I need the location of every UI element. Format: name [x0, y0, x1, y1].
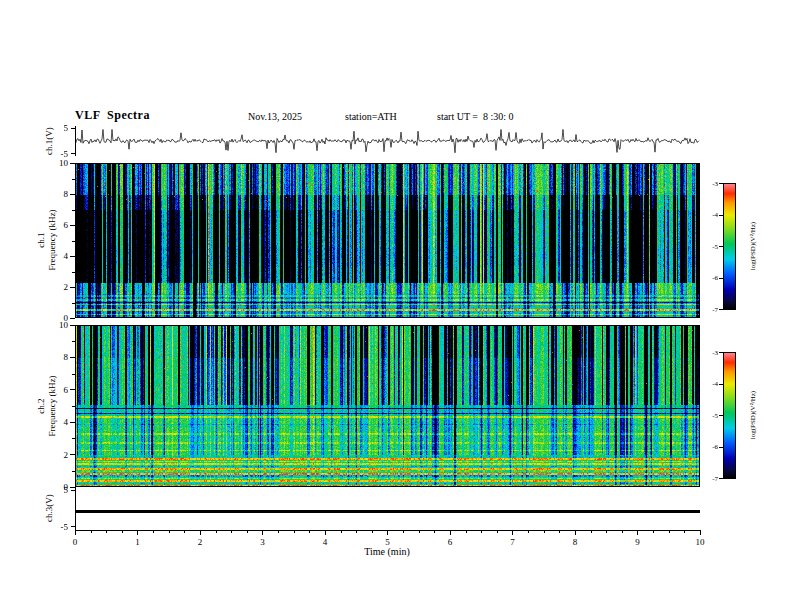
colorbar-tick-mark: [719, 309, 723, 310]
x-minor-tick: [309, 530, 310, 533]
ch1-spectrogram-canvas: [75, 163, 700, 318]
y-tick-mark: [71, 526, 75, 527]
x-tick-mark: [262, 530, 263, 535]
x-tick-label: 9: [635, 537, 640, 547]
colorbar-tick-label: -3: [700, 349, 718, 357]
y-tick-mark: [71, 490, 75, 491]
colorbar-tick-mark: [719, 384, 723, 385]
colorbar-tick-mark: [719, 415, 723, 416]
date-label: Nov.13, 2025: [248, 111, 302, 122]
colorbar-tick-mark: [719, 352, 723, 353]
colorbar-tick-label: -6: [700, 443, 718, 451]
x-tick-label: 5: [385, 537, 390, 547]
y-minor-tick: [72, 406, 75, 407]
x-tick-mark: [700, 530, 701, 535]
x-minor-tick: [184, 530, 185, 533]
x-axis-title: Time (min): [364, 546, 409, 557]
y-tick-label: 4: [50, 417, 68, 427]
ch3-voltage-ylabel: ch.3(V): [44, 494, 54, 522]
x-minor-tick: [106, 530, 107, 533]
y-minor-tick: [72, 303, 75, 304]
x-minor-tick: [278, 530, 279, 533]
y-axis-line: [75, 487, 76, 530]
start-ut-label: start UT = 8 :30: 0: [437, 111, 514, 122]
ch2-spectrogram-canvas: [75, 325, 700, 487]
colorbar-tick-label: -5: [700, 412, 718, 420]
colorbar-ch1-label: log(PSD)(V²/Hz): [749, 222, 757, 270]
x-minor-tick: [122, 530, 123, 533]
y-tick-label: 8: [50, 352, 68, 362]
y-tick-mark: [70, 287, 75, 288]
x-minor-tick: [403, 530, 404, 533]
y-axis-line: [75, 126, 76, 156]
y-tick-label: 10: [50, 158, 68, 168]
y-tick-mark: [70, 389, 75, 390]
y-tick-mark: [71, 128, 75, 129]
x-minor-tick: [606, 530, 607, 533]
x-minor-tick: [653, 530, 654, 533]
colorbar-tick-label: -4: [700, 380, 718, 388]
ch1-spec-ylabel: ch.1Frequency (kHz): [36, 209, 58, 270]
y-minor-tick: [72, 241, 75, 242]
x-minor-tick: [434, 530, 435, 533]
x-minor-tick: [528, 530, 529, 533]
x-tick-label: 0: [73, 537, 78, 547]
colorbar-tick-mark: [719, 183, 723, 184]
colorbar-tick-label: -7: [700, 306, 718, 314]
y-minor-tick: [72, 272, 75, 273]
y-tick-mark: [70, 163, 75, 164]
x-minor-tick: [247, 530, 248, 533]
x-tick-label: 1: [135, 537, 140, 547]
x-tick-label: 10: [696, 537, 705, 547]
x-minor-tick: [153, 530, 154, 533]
y-minor-tick: [72, 341, 75, 342]
y-minor-tick: [72, 210, 75, 211]
y-tick-label: 6: [50, 385, 68, 395]
x-minor-tick: [341, 530, 342, 533]
ch3-waveform-canvas: [75, 487, 700, 530]
station-label: station=ATH: [345, 111, 397, 122]
y-tick-label: 5: [50, 123, 68, 133]
x-tick-mark: [325, 530, 326, 535]
colorbar-tick-mark: [719, 215, 723, 216]
x-minor-tick: [559, 530, 560, 533]
y-tick-mark: [70, 325, 75, 326]
x-minor-tick: [622, 530, 623, 533]
x-minor-tick: [684, 530, 685, 533]
y-tick-label: 5: [50, 485, 68, 495]
ch1-spec-axis-label: Frequency (kHz): [47, 209, 57, 270]
x-minor-tick: [372, 530, 373, 533]
colorbar-tick-label: -5: [700, 243, 718, 251]
x-tick-mark: [200, 530, 201, 535]
y-tick-label: 6: [50, 220, 68, 230]
y-tick-label: -5: [50, 149, 68, 159]
x-tick-mark: [575, 530, 576, 535]
y-tick-mark: [70, 422, 75, 423]
colorbar-tick-label: -4: [700, 211, 718, 219]
y-tick-mark: [70, 225, 75, 226]
colorbar-tick-mark: [719, 478, 723, 479]
y-tick-mark: [70, 256, 75, 257]
x-tick-label: 7: [510, 537, 515, 547]
y-tick-label: 10: [50, 320, 68, 330]
x-tick-label: 3: [260, 537, 265, 547]
y-tick-mark: [70, 194, 75, 195]
colorbar-tick-mark: [719, 278, 723, 279]
colorbar-ch2: [723, 352, 736, 479]
x-minor-tick: [231, 530, 232, 533]
x-minor-tick: [91, 530, 92, 533]
y-tick-mark: [71, 153, 75, 154]
y-tick-label: 8: [50, 189, 68, 199]
x-tick-label: 8: [573, 537, 578, 547]
colorbar-ch1: [723, 183, 736, 310]
x-minor-tick: [497, 530, 498, 533]
x-tick-mark: [137, 530, 138, 535]
x-minor-tick: [669, 530, 670, 533]
ch2-spec-channel-label: ch.2: [36, 398, 46, 413]
y-tick-label: 4: [50, 251, 68, 261]
x-tick-mark: [512, 530, 513, 535]
colorbar-tick-label: -3: [700, 180, 718, 188]
x-tick-mark: [387, 530, 388, 535]
y-minor-tick: [72, 471, 75, 472]
x-tick-mark: [450, 530, 451, 535]
